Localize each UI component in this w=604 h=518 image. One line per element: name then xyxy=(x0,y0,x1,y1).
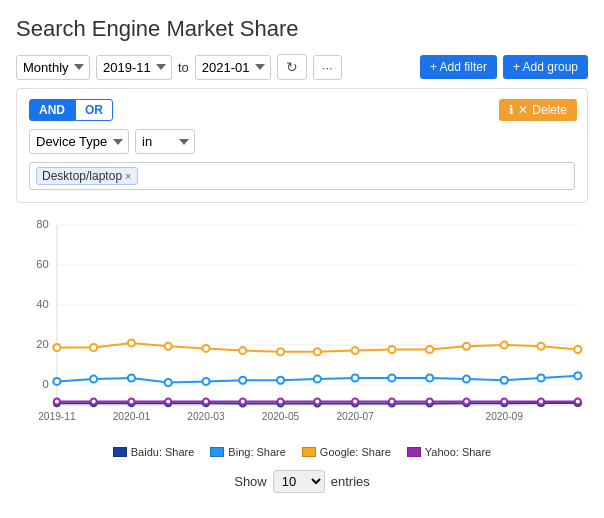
to-label: to xyxy=(178,60,189,75)
svg-point-64 xyxy=(91,399,97,405)
entries-label: entries xyxy=(331,474,370,489)
show-entries: Show 10 25 50 100 entries xyxy=(16,470,588,493)
svg-point-69 xyxy=(277,399,283,405)
svg-point-22 xyxy=(202,345,209,352)
svg-point-67 xyxy=(203,399,209,405)
field-select[interactable]: Device Type xyxy=(29,129,129,154)
svg-point-28 xyxy=(426,346,433,353)
svg-text:2020-05: 2020-05 xyxy=(262,411,300,422)
svg-point-73 xyxy=(427,399,433,405)
svg-point-76 xyxy=(538,399,544,405)
svg-text:2020-03: 2020-03 xyxy=(187,411,225,422)
svg-point-30 xyxy=(501,341,508,348)
delete-label: Delete xyxy=(532,103,567,117)
tag-remove[interactable]: × xyxy=(125,170,131,182)
svg-point-26 xyxy=(352,347,359,354)
svg-point-68 xyxy=(240,399,246,405)
svg-point-38 xyxy=(239,377,246,384)
show-label: Show xyxy=(234,474,267,489)
baidu-label: Baidu: Share xyxy=(131,446,195,458)
svg-point-34 xyxy=(90,376,97,383)
svg-text:60: 60 xyxy=(36,258,48,270)
bing-label: Bing: Share xyxy=(228,446,285,458)
svg-point-18 xyxy=(53,344,60,351)
filter-row: Device Type in not in xyxy=(29,129,575,154)
svg-text:40: 40 xyxy=(36,298,48,310)
svg-point-65 xyxy=(128,399,134,405)
operator-select[interactable]: in not in xyxy=(135,129,195,154)
add-group-button[interactable]: + Add group xyxy=(503,55,588,79)
filter-tag: Desktop/laptop × xyxy=(36,167,138,185)
date-from-select[interactable]: 2019-11 xyxy=(96,55,172,80)
svg-point-23 xyxy=(239,347,246,354)
delete-button[interactable]: ℹ ✕ Delete xyxy=(499,99,577,121)
legend-item-bing: Bing: Share xyxy=(210,446,285,458)
toolbar: Monthly Weekly Daily 2019-11 to 2021-01 … xyxy=(16,54,588,80)
svg-text:2020-01: 2020-01 xyxy=(113,411,151,422)
page-title: Search Engine Market Share xyxy=(16,16,588,42)
svg-point-42 xyxy=(388,375,395,382)
svg-text:2020-09: 2020-09 xyxy=(486,411,524,422)
svg-point-24 xyxy=(277,348,284,355)
svg-point-63 xyxy=(54,399,60,405)
svg-point-25 xyxy=(314,348,321,355)
chart-legend: Baidu: Share Bing: Share Google: Share Y… xyxy=(16,446,588,458)
bing-swatch xyxy=(210,447,224,457)
google-swatch xyxy=(302,447,316,457)
svg-text:2020-07: 2020-07 xyxy=(336,411,374,422)
svg-point-19 xyxy=(90,344,97,351)
svg-point-31 xyxy=(537,343,544,350)
line-chart: 80 60 40 20 0 2019-11 2020-01 2020-03 20… xyxy=(16,215,588,435)
and-button[interactable]: AND xyxy=(29,99,75,121)
svg-point-70 xyxy=(314,399,320,405)
or-button[interactable]: OR xyxy=(75,99,113,121)
svg-point-39 xyxy=(277,377,284,384)
svg-point-27 xyxy=(388,346,395,353)
baidu-swatch xyxy=(113,447,127,457)
yahoo-label: Yahoo: Share xyxy=(425,446,491,458)
svg-point-77 xyxy=(575,399,581,405)
filter-tag-box[interactable]: Desktop/laptop × xyxy=(29,162,575,190)
svg-point-40 xyxy=(314,376,321,383)
refresh-button[interactable]: ↻ xyxy=(277,54,307,80)
legend-item-yahoo: Yahoo: Share xyxy=(407,446,491,458)
svg-text:80: 80 xyxy=(36,218,48,230)
svg-point-20 xyxy=(128,339,135,346)
svg-point-41 xyxy=(352,375,359,382)
add-filter-button[interactable]: + Add filter xyxy=(420,55,497,79)
svg-point-43 xyxy=(426,375,433,382)
google-label: Google: Share xyxy=(320,446,391,458)
info-icon: ℹ xyxy=(509,103,514,117)
legend-item-google: Google: Share xyxy=(302,446,391,458)
chart-container: 80 60 40 20 0 2019-11 2020-01 2020-03 20… xyxy=(16,215,588,438)
delete-icon: ✕ xyxy=(518,103,528,117)
tag-label: Desktop/laptop xyxy=(42,169,122,183)
svg-point-74 xyxy=(463,399,469,405)
date-to-select[interactable]: 2021-01 xyxy=(195,55,271,80)
svg-point-71 xyxy=(352,399,358,405)
svg-text:20: 20 xyxy=(36,338,48,350)
more-button[interactable]: ··· xyxy=(313,55,342,80)
svg-point-33 xyxy=(53,378,60,385)
svg-point-66 xyxy=(165,399,171,405)
legend-item-baidu: Baidu: Share xyxy=(113,446,195,458)
svg-point-46 xyxy=(537,375,544,382)
svg-point-37 xyxy=(202,378,209,385)
svg-text:2019-11: 2019-11 xyxy=(38,411,76,422)
svg-point-32 xyxy=(574,346,581,353)
logic-buttons: AND OR xyxy=(29,99,575,121)
svg-point-75 xyxy=(501,399,507,405)
entries-select[interactable]: 10 25 50 100 xyxy=(273,470,325,493)
svg-text:0: 0 xyxy=(42,378,48,390)
svg-point-36 xyxy=(165,379,172,386)
filter-panel: ℹ ✕ Delete AND OR Device Type in not in … xyxy=(16,88,588,203)
svg-point-45 xyxy=(501,377,508,384)
yahoo-swatch xyxy=(407,447,421,457)
svg-point-29 xyxy=(463,343,470,350)
svg-point-35 xyxy=(128,375,135,382)
svg-point-21 xyxy=(165,343,172,350)
svg-point-72 xyxy=(389,399,395,405)
svg-point-47 xyxy=(574,372,581,379)
svg-point-44 xyxy=(463,376,470,383)
period-select[interactable]: Monthly Weekly Daily xyxy=(16,55,90,80)
